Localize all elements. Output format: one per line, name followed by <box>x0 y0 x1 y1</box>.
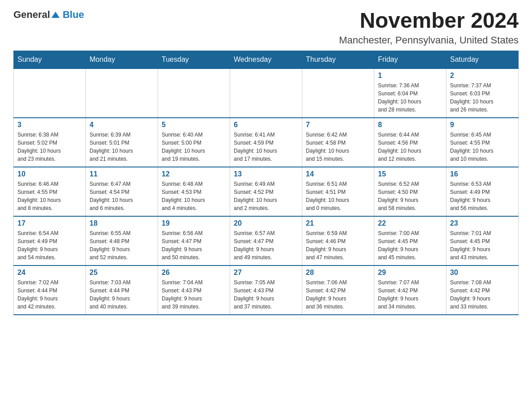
day-number: 25 <box>90 269 154 277</box>
calendar-cell: 2Sunrise: 7:37 AMSunset: 6:03 PMDaylight… <box>446 68 519 118</box>
calendar-cell: 28Sunrise: 7:06 AMSunset: 4:42 PMDayligh… <box>302 265 374 315</box>
day-number: 15 <box>378 170 442 178</box>
day-info: Sunrise: 6:49 AMSunset: 4:52 PMDaylight:… <box>234 180 298 212</box>
day-info: Sunrise: 6:39 AMSunset: 5:01 PMDaylight:… <box>90 131 154 163</box>
calendar-cell <box>86 68 158 118</box>
day-info: Sunrise: 6:41 AMSunset: 4:59 PMDaylight:… <box>234 131 298 163</box>
weekday-header-friday: Friday <box>374 51 446 68</box>
day-number: 12 <box>162 170 226 178</box>
day-info: Sunrise: 7:37 AMSunset: 6:03 PMDaylight:… <box>450 81 515 114</box>
day-number: 27 <box>234 269 298 277</box>
day-info: Sunrise: 7:04 AMSunset: 4:43 PMDaylight:… <box>162 278 226 311</box>
day-number: 13 <box>234 170 298 178</box>
day-info: Sunrise: 7:36 AMSunset: 6:04 PMDaylight:… <box>378 81 442 114</box>
day-info: Sunrise: 6:56 AMSunset: 4:47 PMDaylight:… <box>162 229 226 261</box>
day-info: Sunrise: 6:55 AMSunset: 4:48 PMDaylight:… <box>90 229 154 261</box>
day-info: Sunrise: 6:57 AMSunset: 4:47 PMDaylight:… <box>234 229 298 261</box>
logo-triangle-icon <box>51 10 60 20</box>
day-info: Sunrise: 6:45 AMSunset: 4:55 PMDaylight:… <box>450 131 515 163</box>
calendar-cell: 7Sunrise: 6:42 AMSunset: 4:58 PMDaylight… <box>302 118 374 167</box>
day-info: Sunrise: 6:53 AMSunset: 4:49 PMDaylight:… <box>450 180 515 212</box>
day-number: 2 <box>450 72 515 80</box>
calendar-cell: 6Sunrise: 6:41 AMSunset: 4:59 PMDaylight… <box>230 118 302 167</box>
day-number: 23 <box>450 219 515 227</box>
day-info: Sunrise: 7:07 AMSunset: 4:42 PMDaylight:… <box>378 278 442 311</box>
calendar-cell <box>302 68 374 118</box>
day-number: 11 <box>90 170 154 178</box>
day-number: 30 <box>450 269 515 277</box>
day-info: Sunrise: 6:40 AMSunset: 5:00 PMDaylight:… <box>162 131 226 163</box>
calendar-week-1: 1Sunrise: 7:36 AMSunset: 6:04 PMDaylight… <box>14 68 519 118</box>
calendar-week-4: 17Sunrise: 6:54 AMSunset: 4:49 PMDayligh… <box>14 216 519 265</box>
logo-general-text: General <box>13 9 50 21</box>
day-info: Sunrise: 6:51 AMSunset: 4:51 PMDaylight:… <box>306 180 370 212</box>
calendar-cell <box>14 68 86 118</box>
calendar-cell: 29Sunrise: 7:07 AMSunset: 4:42 PMDayligh… <box>374 265 446 315</box>
day-number: 16 <box>450 170 515 178</box>
day-number: 17 <box>17 219 82 227</box>
calendar-cell: 17Sunrise: 6:54 AMSunset: 4:49 PMDayligh… <box>14 216 86 265</box>
day-info: Sunrise: 6:46 AMSunset: 4:55 PMDaylight:… <box>17 180 82 212</box>
weekday-header-saturday: Saturday <box>446 51 519 68</box>
day-info: Sunrise: 6:44 AMSunset: 4:56 PMDaylight:… <box>378 131 442 163</box>
calendar-cell: 23Sunrise: 7:01 AMSunset: 4:45 PMDayligh… <box>446 216 519 265</box>
day-info: Sunrise: 7:02 AMSunset: 4:44 PMDaylight:… <box>17 278 82 311</box>
day-number: 5 <box>162 121 226 129</box>
calendar-cell: 18Sunrise: 6:55 AMSunset: 4:48 PMDayligh… <box>86 216 158 265</box>
location-subtitle: Manchester, Pennsylvania, United States <box>339 34 519 46</box>
day-number: 24 <box>17 269 82 277</box>
day-info: Sunrise: 7:06 AMSunset: 4:42 PMDaylight:… <box>306 278 370 311</box>
day-info: Sunrise: 6:59 AMSunset: 4:46 PMDaylight:… <box>306 229 370 261</box>
day-number: 21 <box>306 219 370 227</box>
calendar-week-5: 24Sunrise: 7:02 AMSunset: 4:44 PMDayligh… <box>14 265 519 315</box>
calendar-cell: 10Sunrise: 6:46 AMSunset: 4:55 PMDayligh… <box>14 167 86 216</box>
weekday-header-wednesday: Wednesday <box>230 51 302 68</box>
logo-blue-text: Blue <box>63 9 84 20</box>
calendar-cell <box>230 68 302 118</box>
calendar-cell: 1Sunrise: 7:36 AMSunset: 6:04 PMDaylight… <box>374 68 446 118</box>
weekday-header-sunday: Sunday <box>14 51 86 68</box>
calendar-week-3: 10Sunrise: 6:46 AMSunset: 4:55 PMDayligh… <box>14 167 519 216</box>
day-info: Sunrise: 7:01 AMSunset: 4:45 PMDaylight:… <box>450 229 515 261</box>
calendar-cell: 16Sunrise: 6:53 AMSunset: 4:49 PMDayligh… <box>446 167 519 216</box>
calendar-cell: 12Sunrise: 6:48 AMSunset: 4:53 PMDayligh… <box>158 167 230 216</box>
calendar-week-2: 3Sunrise: 6:38 AMSunset: 5:02 PMDaylight… <box>14 118 519 167</box>
day-number: 7 <box>306 121 370 129</box>
day-number: 9 <box>450 121 515 129</box>
day-info: Sunrise: 6:48 AMSunset: 4:53 PMDaylight:… <box>162 180 226 212</box>
calendar-cell: 26Sunrise: 7:04 AMSunset: 4:43 PMDayligh… <box>158 265 230 315</box>
calendar-cell: 8Sunrise: 6:44 AMSunset: 4:56 PMDaylight… <box>374 118 446 167</box>
day-number: 14 <box>306 170 370 178</box>
day-number: 10 <box>17 170 82 178</box>
calendar-cell: 27Sunrise: 7:05 AMSunset: 4:43 PMDayligh… <box>230 265 302 315</box>
month-title: November 2024 <box>339 9 519 33</box>
day-info: Sunrise: 6:52 AMSunset: 4:50 PMDaylight:… <box>378 180 442 212</box>
calendar-cell: 4Sunrise: 6:39 AMSunset: 5:01 PMDaylight… <box>86 118 158 167</box>
day-info: Sunrise: 7:00 AMSunset: 4:45 PMDaylight:… <box>378 229 442 261</box>
calendar-cell: 25Sunrise: 7:03 AMSunset: 4:44 PMDayligh… <box>86 265 158 315</box>
calendar-cell: 21Sunrise: 6:59 AMSunset: 4:46 PMDayligh… <box>302 216 374 265</box>
calendar-cell: 15Sunrise: 6:52 AMSunset: 4:50 PMDayligh… <box>374 167 446 216</box>
calendar-table: SundayMondayTuesdayWednesdayThursdayFrid… <box>13 51 519 315</box>
title-block: November 2024 Manchester, Pennsylvania, … <box>339 9 519 46</box>
day-info: Sunrise: 7:08 AMSunset: 4:42 PMDaylight:… <box>450 278 515 311</box>
day-info: Sunrise: 7:05 AMSunset: 4:43 PMDaylight:… <box>234 278 298 311</box>
day-number: 6 <box>234 121 298 129</box>
day-info: Sunrise: 6:42 AMSunset: 4:58 PMDaylight:… <box>306 131 370 163</box>
calendar-cell: 22Sunrise: 7:00 AMSunset: 4:45 PMDayligh… <box>374 216 446 265</box>
calendar-cell: 13Sunrise: 6:49 AMSunset: 4:52 PMDayligh… <box>230 167 302 216</box>
day-number: 8 <box>378 121 442 129</box>
day-number: 26 <box>162 269 226 277</box>
day-number: 1 <box>378 72 442 80</box>
day-number: 4 <box>90 121 154 129</box>
day-number: 18 <box>90 219 154 227</box>
calendar-header-row: SundayMondayTuesdayWednesdayThursdayFrid… <box>14 51 519 68</box>
day-info: Sunrise: 6:38 AMSunset: 5:02 PMDaylight:… <box>17 131 82 163</box>
calendar-cell: 19Sunrise: 6:56 AMSunset: 4:47 PMDayligh… <box>158 216 230 265</box>
calendar-cell: 20Sunrise: 6:57 AMSunset: 4:47 PMDayligh… <box>230 216 302 265</box>
calendar-cell: 24Sunrise: 7:02 AMSunset: 4:44 PMDayligh… <box>14 265 86 315</box>
weekday-header-thursday: Thursday <box>302 51 374 68</box>
logo: General Blue <box>13 9 84 21</box>
weekday-header-monday: Monday <box>86 51 158 68</box>
calendar-cell: 14Sunrise: 6:51 AMSunset: 4:51 PMDayligh… <box>302 167 374 216</box>
